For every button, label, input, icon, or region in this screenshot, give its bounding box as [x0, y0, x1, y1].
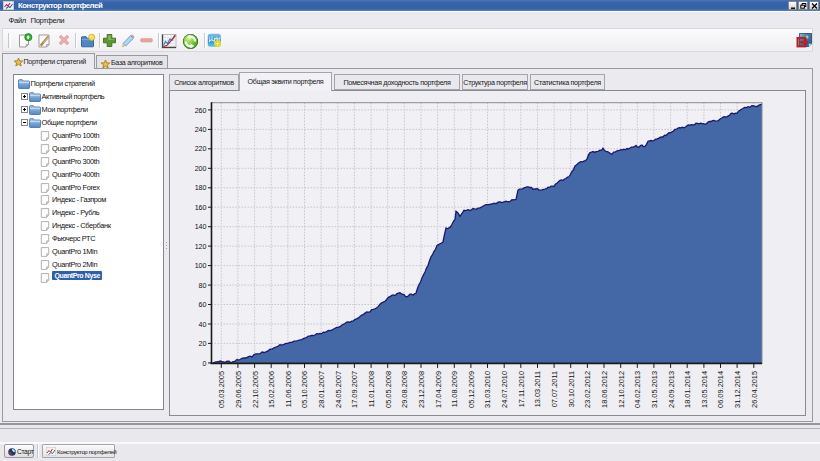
svg-text:240: 240	[195, 126, 207, 134]
svg-text:18.06.2012: 18.06.2012	[600, 371, 609, 408]
svg-text:04.02.2013: 04.02.2013	[633, 371, 642, 408]
svg-text:17.11.2010: 17.11.2010	[517, 371, 526, 407]
svg-text:160: 160	[195, 204, 207, 212]
svg-text:05.10.2006: 05.10.2006	[301, 371, 310, 408]
svg-text:40: 40	[199, 321, 207, 329]
svg-text:30.10.2011: 30.10.2011	[567, 371, 576, 407]
svg-text:17.09.2007: 17.09.2007	[350, 371, 359, 408]
svg-text:220: 220	[195, 145, 207, 153]
svg-text:24.09.2013: 24.09.2013	[667, 371, 676, 408]
svg-text:05.05.2008: 05.05.2008	[384, 371, 393, 408]
svg-text:11.06.2006: 11.06.2006	[284, 371, 293, 407]
svg-text:31.12.2014: 31.12.2014	[733, 371, 742, 408]
svg-text:11.08.2009: 11.08.2009	[450, 371, 459, 407]
svg-text:05.12.2009: 05.12.2009	[467, 371, 476, 408]
svg-text:18.01.2014: 18.01.2014	[683, 371, 692, 408]
svg-text:28.01.2007: 28.01.2007	[317, 371, 326, 408]
svg-text:140: 140	[195, 223, 207, 231]
svg-text:120: 120	[195, 243, 207, 251]
svg-text:13.03.2011: 13.03.2011	[534, 371, 543, 407]
svg-text:180: 180	[195, 184, 207, 192]
svg-text:60: 60	[199, 301, 207, 309]
svg-text:17.04.2009: 17.04.2009	[434, 371, 443, 408]
svg-text:12.10.2012: 12.10.2012	[617, 371, 626, 408]
svg-text:29.06.2005: 29.06.2005	[234, 371, 243, 408]
svg-text:20: 20	[199, 340, 207, 348]
svg-text:31.03.2010: 31.03.2010	[484, 371, 493, 408]
svg-text:31.05.2013: 31.05.2013	[650, 371, 659, 408]
svg-text:11.01.2008: 11.01.2008	[367, 371, 376, 407]
svg-text:26.04.2015: 26.04.2015	[750, 371, 759, 408]
svg-text:24.07.2010: 24.07.2010	[500, 371, 509, 408]
svg-text:13.05.2014: 13.05.2014	[700, 371, 709, 408]
svg-text:80: 80	[199, 282, 207, 290]
svg-text:05.03.2005: 05.03.2005	[217, 371, 226, 408]
svg-text:23.12.2008: 23.12.2008	[417, 371, 426, 408]
svg-text:07.07.2011: 07.07.2011	[550, 371, 559, 407]
svg-text:100: 100	[195, 262, 207, 270]
svg-text:15.02.2006: 15.02.2006	[267, 371, 276, 408]
svg-text:0: 0	[203, 360, 207, 368]
svg-text:200: 200	[195, 165, 207, 173]
svg-text:22.10.2005: 22.10.2005	[251, 371, 260, 408]
svg-text:24.05.2007: 24.05.2007	[334, 371, 343, 408]
svg-text:06.09.2014: 06.09.2014	[717, 371, 726, 408]
svg-text:23.02.2012: 23.02.2012	[583, 371, 592, 408]
svg-text:260: 260	[195, 107, 207, 115]
svg-text:29.08.2008: 29.08.2008	[400, 371, 409, 408]
